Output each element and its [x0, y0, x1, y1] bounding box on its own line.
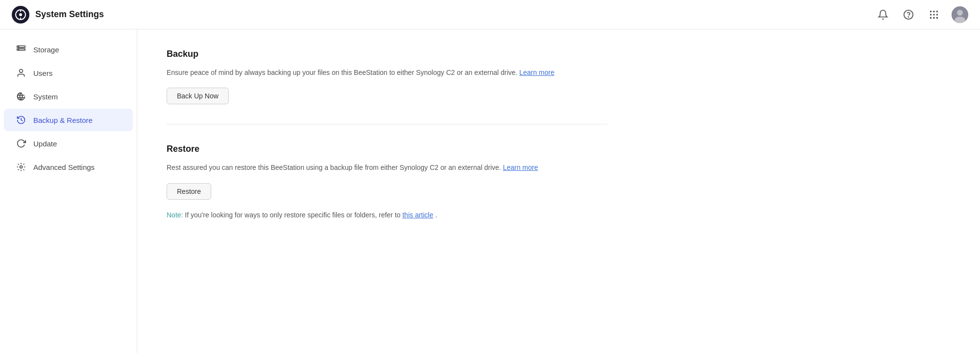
svg-point-10: [933, 14, 935, 16]
sidebar-item-system[interactable]: System: [4, 85, 133, 108]
note-label: Note:: [167, 211, 183, 219]
sidebar-item-update[interactable]: Update: [4, 132, 133, 155]
sidebar-item-label-backup-restore: Backup & Restore: [33, 116, 93, 124]
users-icon: [16, 68, 26, 78]
sidebar-item-advanced-settings[interactable]: Advanced Settings: [4, 156, 133, 178]
svg-point-14: [936, 17, 938, 19]
restore-article-link[interactable]: this article: [402, 211, 433, 219]
svg-point-12: [930, 17, 932, 19]
sidebar-item-backup-restore[interactable]: Backup & Restore: [4, 109, 133, 131]
backup-restore-icon: [16, 115, 26, 125]
svg-point-13: [933, 17, 935, 19]
sidebar-item-storage[interactable]: Storage: [4, 38, 133, 61]
svg-point-11: [936, 14, 938, 16]
header: System Settings: [0, 0, 980, 29]
restore-note: Note: If you're looking for ways to only…: [167, 210, 608, 220]
main-layout: Storage Users: [0, 29, 980, 353]
backup-title: Backup: [167, 49, 608, 59]
back-up-now-button[interactable]: Back Up Now: [167, 88, 229, 104]
advanced-settings-icon: [16, 162, 26, 172]
sidebar-item-label-advanced-settings: Advanced Settings: [33, 163, 95, 171]
content-area: Backup Ensure peace of mind by always ba…: [137, 29, 980, 353]
svg-point-22: [20, 70, 23, 73]
svg-point-6: [930, 10, 932, 12]
app-title: System Settings: [35, 9, 104, 20]
svg-point-16: [957, 10, 963, 16]
svg-point-1: [19, 13, 22, 16]
sidebar-item-label-users: Users: [33, 69, 52, 77]
sidebar-item-label-storage: Storage: [33, 46, 59, 54]
restore-title: Restore: [167, 144, 608, 154]
backup-description: Ensure peace of mind by always backing u…: [167, 67, 608, 78]
svg-point-9: [930, 14, 932, 16]
sidebar-item-label-system: System: [33, 93, 58, 101]
header-left: System Settings: [12, 6, 104, 24]
notification-icon[interactable]: [875, 7, 891, 23]
grid-apps-icon[interactable]: [926, 7, 942, 23]
header-right: [875, 6, 968, 23]
svg-point-8: [936, 10, 938, 12]
svg-point-23: [20, 166, 23, 168]
app-logo: [12, 6, 29, 24]
sidebar-item-label-update: Update: [33, 140, 57, 148]
update-icon: [16, 138, 26, 149]
svg-point-7: [933, 10, 935, 12]
restore-learn-more-link[interactable]: Learn more: [503, 164, 538, 171]
avatar[interactable]: [952, 6, 968, 23]
restore-section: Restore Rest assured you can restore thi…: [167, 144, 608, 240]
backup-learn-more-link[interactable]: Learn more: [519, 69, 555, 76]
restore-description: Rest assured you can restore this BeeSta…: [167, 162, 608, 173]
system-icon: [16, 91, 26, 102]
storage-icon: [16, 44, 26, 55]
restore-button[interactable]: Restore: [167, 183, 211, 200]
help-icon[interactable]: [901, 7, 916, 23]
sidebar: Storage Users: [0, 29, 137, 353]
sidebar-item-users[interactable]: Users: [4, 62, 133, 84]
backup-section: Backup Ensure peace of mind by always ba…: [167, 49, 608, 124]
